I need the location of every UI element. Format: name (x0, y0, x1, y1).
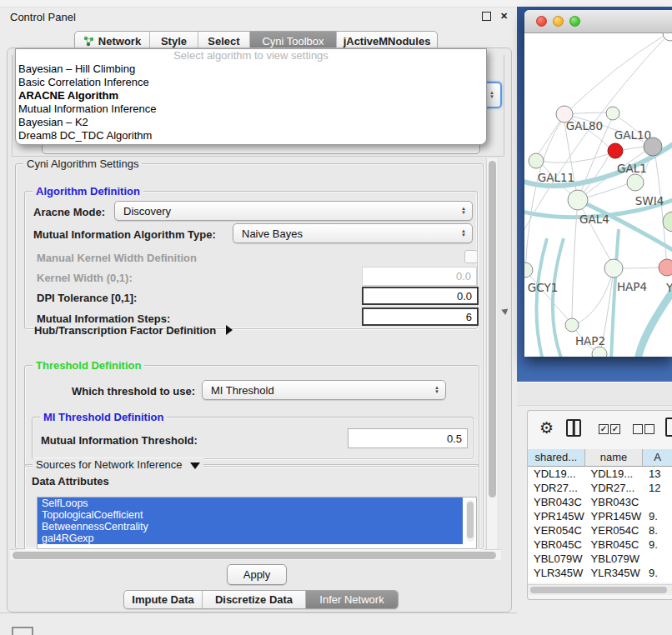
node-label: GAL4 (579, 212, 609, 226)
hidden-groupbox-left-edge (12, 55, 13, 156)
collapse-arrow-icon (190, 462, 200, 469)
node-label: HAP2 (575, 334, 605, 348)
table-row[interactable]: YDR27...YDR27...12 (528, 481, 672, 495)
document-icon[interactable] (665, 418, 672, 437)
table-row[interactable]: YBR043CYBR043C (528, 495, 672, 509)
network-node-hap4[interactable] (604, 259, 623, 278)
attribute-item-selected[interactable]: TopologicalCoefficient (38, 509, 463, 521)
tab-discretize-data[interactable]: Discretize Data (203, 591, 306, 608)
combo-stepper-icon: ▲▼ (461, 229, 466, 238)
mi-type-label: Mutual Information Algorithm Type: (33, 228, 216, 241)
unchecked-checkbox-icon[interactable] (644, 424, 654, 434)
float-panel-icon[interactable] (482, 12, 491, 21)
network-node-gal1[interactable] (608, 143, 623, 158)
network-edge[interactable] (655, 156, 667, 268)
tab-label: jActiveMNodules (344, 35, 431, 48)
table-row[interactable]: YPR145WYPR145W9. (528, 509, 672, 523)
tab-label: Cyni Toolbox (262, 35, 323, 48)
settings-vertical-scrollbar[interactable] (486, 158, 497, 549)
node-table[interactable]: shared...nameA YDL19...YDL19...13YDR27..… (528, 449, 672, 582)
network-edge-thick[interactable] (638, 285, 672, 357)
aracne-mode-select[interactable]: Discovery ▲▼ (114, 201, 473, 221)
table-horizontal-scrollbar[interactable] (528, 584, 672, 595)
close-icon[interactable]: ✕ (499, 12, 509, 21)
network-node[interactable] (663, 33, 672, 41)
network-node[interactable] (644, 138, 662, 156)
network-edge[interactable] (564, 36, 664, 114)
network-edge[interactable] (525, 270, 569, 320)
network-node[interactable] (592, 347, 607, 357)
attribute-item-selected[interactable]: BetweennessCentrality (38, 521, 463, 532)
settings-horizontal-scrollbar[interactable] (10, 549, 501, 560)
unchecked-checkbox-icon[interactable] (633, 424, 643, 434)
table-row[interactable]: YLR345WYLR345W9. (528, 566, 672, 580)
network-edge-thick[interactable] (537, 238, 547, 357)
algorithm-option[interactable]: Basic Correlation Inference (16, 76, 486, 89)
algorithm-option[interactable]: Bayesian – K2 (16, 116, 486, 129)
network-node-swi4[interactable] (627, 174, 644, 191)
algorithm-dropdown-list: Bayesian – Hill ClimbingBasic Correlatio… (16, 62, 486, 142)
network-node-gal4[interactable] (568, 190, 588, 210)
table-cell: 13 (643, 467, 672, 481)
gear-icon[interactable]: ⚙ (539, 418, 554, 438)
aracne-mode-value: Discovery (123, 205, 171, 218)
checked-checkbox-icon[interactable]: ✓ (599, 424, 609, 434)
tab-impute-data[interactable]: Impute Data (124, 591, 203, 608)
table-row[interactable]: YBR045CYBR045C9. (528, 538, 672, 552)
column-header-3[interactable]: A (643, 449, 672, 466)
attribute-list-scrollbar[interactable] (466, 500, 474, 542)
table-cell: YBL079W (528, 552, 585, 566)
sources-group-title[interactable]: Sources for Network Inference (33, 458, 203, 471)
algorithm-option[interactable]: Bayesian – Hill Climbing (16, 62, 486, 76)
table-cell: YPR145W (585, 509, 643, 523)
dpi-tolerance-field[interactable]: 0.0 (362, 287, 479, 305)
mi-type-select[interactable]: Naive Bayes ▲▼ (233, 223, 473, 243)
column-header-1[interactable]: shared... (528, 449, 585, 466)
network-edge-thick[interactable] (553, 238, 564, 357)
mi-threshold-field[interactable]: 0.5 (348, 428, 468, 448)
table-row[interactable]: YBL079WYBL079W (528, 552, 672, 566)
network-edge[interactable] (578, 268, 614, 323)
network-node-gal10[interactable] (606, 107, 619, 120)
network-window-titlebar[interactable] (524, 10, 672, 33)
manual-kernel-checkbox[interactable] (464, 250, 478, 263)
minimize-traffic-light-icon[interactable] (553, 16, 564, 27)
network-node-hap2[interactable] (565, 318, 579, 332)
mi-steps-label: Mutual Information Steps: (37, 312, 170, 325)
zoom-traffic-light-icon[interactable] (569, 16, 580, 27)
which-threshold-select[interactable]: MI Threshold ▲▼ (202, 380, 446, 400)
network-edge[interactable] (536, 154, 608, 162)
table-row[interactable]: YER054CYER054C8. (528, 523, 672, 538)
checked-checkbox-icon[interactable]: ✓ (610, 424, 620, 434)
data-attributes-list[interactable]: SelfLoopsTopologicalCoefficientBetweenne… (37, 497, 477, 549)
attribute-item-selected[interactable]: gal4RGexp (38, 532, 463, 544)
columns-icon[interactable] (566, 419, 581, 437)
algorithm-dropdown-popup: Select algorithm to view settings Bayesi… (15, 48, 487, 145)
mi-threshold-group: MI Threshold Definition Mutual Informati… (32, 417, 474, 459)
table-row[interactable]: YIL052CYIL052C8. (528, 580, 672, 582)
combo-stepper-icon: ▲▼ (434, 386, 439, 394)
table-row[interactable]: YDL19...YDL19...13 (528, 467, 672, 481)
hub-definition-toggle[interactable]: Hub/Transcription Factor Definition (34, 324, 233, 337)
control-panel-title: Control Panel (10, 11, 76, 23)
attribute-item-selected[interactable]: SelfLoops (38, 498, 463, 509)
table-cell: 9. (643, 538, 672, 552)
tab-infer-network[interactable]: Infer Network (306, 591, 398, 608)
algorithm-option[interactable]: ARACNE Algorithm (16, 89, 486, 102)
network-node-gal11[interactable] (529, 153, 544, 168)
table-cell: 9. (643, 509, 672, 523)
algorithm-option[interactable]: Dream8 DC_TDC Algorithm (16, 129, 486, 142)
apply-button[interactable]: Apply (227, 564, 287, 585)
mi-steps-field[interactable]: 6 (362, 308, 479, 326)
algorithm-option[interactable]: Mutual Information Inference (16, 102, 486, 116)
node-label: GAL80 (566, 119, 603, 132)
kernel-width-field[interactable]: 0.0 (362, 267, 477, 286)
close-traffic-light-icon[interactable] (536, 16, 547, 27)
minimized-panel-icon[interactable] (12, 627, 33, 635)
table-cell: YER054C (585, 523, 643, 538)
network-view-window[interactable]: GAL80GAL10GAL1SWI4GAL11GAL4GCY1HAP4YHAP2 (524, 10, 672, 357)
network-node-y[interactable] (659, 259, 672, 276)
network-canvas[interactable]: GAL80GAL10GAL1SWI4GAL11GAL4GCY1HAP4YHAP2 (524, 33, 672, 357)
column-header-2[interactable]: name (585, 449, 644, 466)
network-node-gcy1[interactable] (524, 262, 533, 278)
